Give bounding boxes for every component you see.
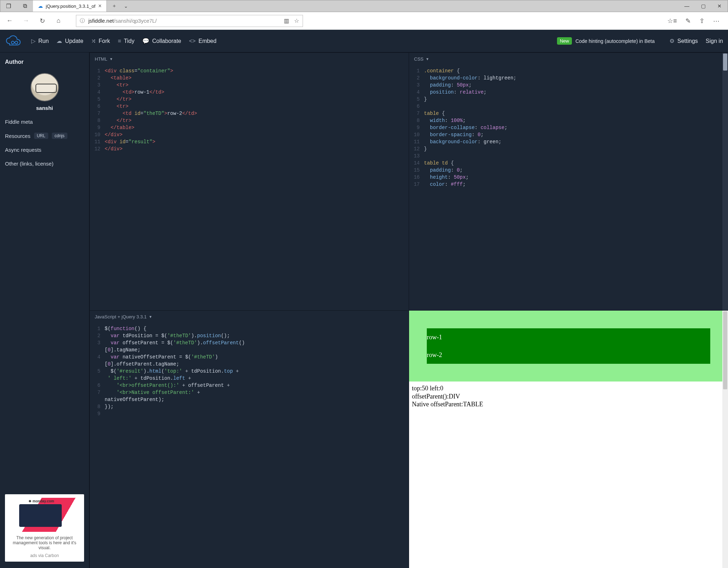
more-icon[interactable]: ⋯ bbox=[713, 17, 719, 25]
embed-button[interactable]: <>Embed bbox=[189, 38, 216, 44]
signin-button[interactable]: Sign in bbox=[706, 38, 723, 44]
run-button[interactable]: ▷Run bbox=[31, 38, 49, 44]
forward-button[interactable]: → bbox=[20, 15, 32, 27]
pane-js-title[interactable]: JavaScript + jQuery 3.3.1▼ bbox=[90, 311, 409, 323]
author-label: Author bbox=[5, 59, 84, 65]
pane-result: row-1 row-2 top:50 left:0 offsetParent()… bbox=[409, 310, 728, 568]
sidebar: Author sanshi Fiddle meta Resources URL … bbox=[0, 52, 89, 568]
scrollbar[interactable] bbox=[722, 311, 728, 568]
chat-icon: 💬 bbox=[142, 38, 149, 44]
collaborate-button[interactable]: 💬Collaborate bbox=[142, 38, 181, 44]
result-container: row-1 row-2 bbox=[409, 311, 728, 382]
browser-tab[interactable]: ☁ jQuery.position_3.3.1_of × bbox=[33, 0, 107, 12]
cloud-icon: ☁ bbox=[38, 3, 43, 9]
pane-html-title[interactable]: HTML▼ bbox=[90, 53, 409, 65]
chevron-down-icon: ▼ bbox=[109, 57, 113, 61]
hinting-text: Code hinting (autocomplete) in Beta bbox=[575, 38, 655, 44]
chevron-down-icon: ▼ bbox=[149, 315, 152, 319]
author-name[interactable]: sanshi bbox=[36, 105, 53, 111]
result-table: row-1 row-2 bbox=[427, 328, 710, 364]
notes-icon[interactable]: ✎ bbox=[685, 17, 691, 25]
new-tab-icon[interactable]: ＋ bbox=[112, 3, 117, 9]
pane-js: JavaScript + jQuery 3.3.1▼ 1$(function()… bbox=[89, 310, 409, 568]
pane-css-title[interactable]: CSS▼ bbox=[409, 53, 728, 65]
url-path: /sanshi/qp3yce7L/ bbox=[114, 18, 157, 24]
favorite-icon[interactable]: ☆ bbox=[294, 17, 299, 24]
result-output: top:50 left:0 offsetParent():DIV Native … bbox=[409, 382, 728, 416]
back-button[interactable]: ← bbox=[4, 15, 16, 27]
ad[interactable]: ❖ monday.com The new generation of proje… bbox=[5, 494, 84, 562]
maximize-button[interactable]: ▢ bbox=[695, 0, 711, 12]
refresh-button[interactable]: ↻ bbox=[36, 15, 48, 27]
play-icon: ▷ bbox=[31, 38, 35, 44]
result-row-1: row-1 bbox=[427, 328, 710, 346]
pill-url[interactable]: URL bbox=[34, 133, 48, 139]
sliders-icon: ⚙ bbox=[669, 38, 674, 44]
new-badge: New bbox=[557, 37, 572, 45]
code-editor-html[interactable]: 1<div class="container">2 <table>3 <tr>4… bbox=[90, 65, 409, 310]
app: ▷Run ☁Update ⤮Fork ≡Tidy 💬Collaborate <>… bbox=[0, 30, 728, 568]
list-icon: ≡ bbox=[118, 38, 121, 44]
pane-html: HTML▼ 1<div class="container">2 <table>3… bbox=[89, 52, 409, 310]
settings-button[interactable]: ⚙Settings bbox=[669, 38, 698, 44]
ad-tagline: ads via Carbon bbox=[9, 553, 81, 558]
chevron-down-icon: ▼ bbox=[426, 57, 429, 61]
code-editor-css[interactable]: 1.container {2 background-color: lightgr… bbox=[409, 65, 728, 310]
pill-cdnjs[interactable]: cdnjs bbox=[52, 133, 67, 139]
fork-button[interactable]: ⤮Fork bbox=[91, 38, 110, 44]
sidebar-item-fiddle-meta[interactable]: Fiddle meta bbox=[5, 119, 84, 125]
close-button[interactable]: ✕ bbox=[711, 0, 728, 12]
scrollbar[interactable] bbox=[722, 53, 728, 310]
browser-toolbar: ← → ↻ ⌂ ⓘ jsfiddle.net /sanshi/qp3yce7L/… bbox=[0, 12, 728, 30]
reading-view-icon[interactable]: ▥ bbox=[284, 17, 289, 24]
close-icon[interactable]: × bbox=[98, 3, 101, 9]
jsfiddle-logo[interactable] bbox=[5, 34, 23, 48]
result-row-2: row-2 bbox=[427, 346, 710, 364]
tidy-button[interactable]: ≡Tidy bbox=[118, 38, 134, 44]
avatar[interactable] bbox=[31, 73, 59, 101]
favorites-list-icon[interactable]: ☆≡ bbox=[667, 17, 677, 25]
code-editor-js[interactable]: 1$(function() {2 var tdPosition = $('#th… bbox=[90, 323, 409, 568]
code-hinting-banner[interactable]: New Code hinting (autocomplete) in Beta bbox=[557, 37, 655, 45]
ad-text: The new generation of project management… bbox=[9, 535, 81, 550]
ad-image: ❖ monday.com bbox=[12, 498, 77, 532]
scroll-thumb[interactable] bbox=[723, 54, 727, 71]
url-host: jsfiddle.net bbox=[88, 18, 114, 24]
cloud-up-icon: ☁ bbox=[56, 38, 62, 44]
share-icon[interactable]: ⇪ bbox=[699, 17, 705, 25]
fork-icon: ⤮ bbox=[91, 38, 96, 44]
code-icon: <> bbox=[189, 38, 196, 44]
window-titlebar: ❐ ⧉ ☁ jQuery.position_3.3.1_of × ＋ ⌄ — ▢… bbox=[0, 0, 728, 12]
home-button[interactable]: ⌂ bbox=[53, 15, 65, 27]
scroll-thumb[interactable] bbox=[723, 311, 727, 389]
tab-title: jQuery.position_3.3.1_of bbox=[46, 4, 95, 9]
app-header: ▷Run ☁Update ⤮Fork ≡Tidy 💬Collaborate <>… bbox=[0, 30, 728, 52]
update-button[interactable]: ☁Update bbox=[56, 38, 83, 44]
chevron-down-icon[interactable]: ⌄ bbox=[124, 3, 128, 9]
sidebar-item-resources[interactable]: Resources URL cdnjs bbox=[5, 133, 84, 139]
info-icon[interactable]: ⓘ bbox=[80, 18, 85, 24]
window-cascade-icon[interactable]: ❐ bbox=[0, 3, 17, 10]
sidebar-item-other[interactable]: Other (links, license) bbox=[5, 161, 84, 167]
address-bar[interactable]: ⓘ jsfiddle.net /sanshi/qp3yce7L/ ▥ ☆ bbox=[76, 15, 303, 27]
minimize-button[interactable]: — bbox=[679, 0, 695, 12]
pane-css: CSS▼ 1.container {2 background-color: li… bbox=[409, 52, 728, 310]
window-activity-icon[interactable]: ⧉ bbox=[17, 3, 33, 9]
sidebar-item-async[interactable]: Async requests bbox=[5, 147, 84, 153]
